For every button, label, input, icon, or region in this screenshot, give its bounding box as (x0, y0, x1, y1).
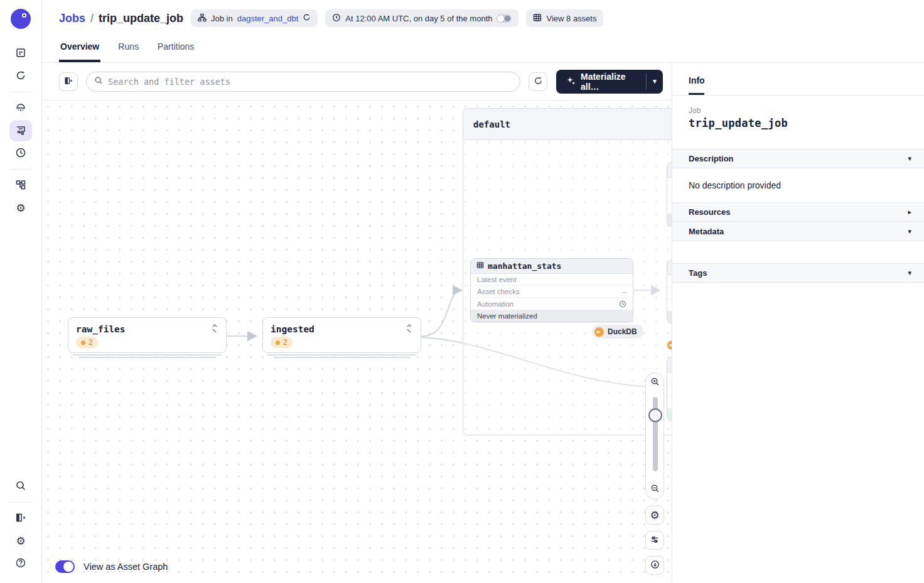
sidebar-item-user-settings[interactable]: ⚙ (9, 530, 32, 552)
breadcrumb-separator: / (90, 12, 94, 25)
schedule-badge[interactable]: At 12:00 AM UTC, on day 5 of the month (325, 9, 518, 27)
caret-down-icon: ▾ (908, 269, 911, 277)
clock-icon (15, 147, 26, 160)
view-assets-badge[interactable]: View 8 assets (526, 9, 603, 27)
asset-count-badge: 2 (76, 337, 98, 348)
tab-overview[interactable]: Overview (59, 36, 100, 62)
sparkle-icon (566, 76, 576, 87)
sidebar-item-lineage[interactable] (9, 175, 32, 196)
materialization-status: Never materialized (667, 214, 672, 226)
info-tab[interactable]: Info (672, 63, 924, 85)
repo-link[interactable]: dagster_and_dbt (237, 14, 299, 23)
page-header: Jobs / trip_update_job Job in dagster_an… (42, 0, 924, 63)
app-sidebar: ⚙ ⚙ (0, 0, 42, 583)
collapsed-node-raw-files[interactable]: raw_files 2 (68, 317, 227, 358)
tab-partitions[interactable]: Partitions (156, 36, 195, 62)
sidebar-item-expand-panel[interactable] (9, 508, 32, 529)
zoom-out-icon (650, 484, 660, 495)
section-tags[interactable]: Tags ▾ (672, 263, 924, 283)
sidebar-item-automation[interactable] (9, 143, 32, 164)
sidebar-divider (9, 502, 32, 503)
sidebar-item-search[interactable] (9, 476, 32, 497)
table-grid-icon (533, 13, 542, 24)
duckdb-tag[interactable]: DuckDB (592, 325, 643, 339)
sidebar-divider (9, 92, 32, 92)
dagster-logo-icon[interactable] (11, 9, 31, 29)
expand-panel-icon (64, 76, 73, 87)
row-label: Automation (477, 300, 513, 308)
section-description[interactable]: Description ▾ (672, 149, 924, 168)
description-content: No description provided (672, 168, 924, 202)
unfold-icon[interactable] (406, 324, 413, 334)
automation-clock-icon (619, 300, 626, 308)
zoom-out-button[interactable] (645, 480, 664, 499)
section-label: Resources (689, 207, 730, 217)
sidebar-item-runs[interactable] (9, 65, 32, 87)
sidebar-item-deployment[interactable] (9, 97, 32, 119)
section-metadata[interactable]: Metadata ▾ (672, 222, 924, 241)
job-repo-badge[interactable]: Job in dagster_and_dbt (191, 9, 318, 27)
view-mode-control: View as Asset Graph (55, 560, 168, 573)
asset-graph-canvas[interactable]: default raw_files 2 ingested (42, 101, 672, 583)
sidebar-item-settings[interactable]: ⚙ (9, 197, 32, 219)
row-label: Asset checks (477, 288, 520, 295)
materialization-status: Never materialized (667, 311, 672, 323)
job-in-label: Job in (211, 14, 233, 23)
sidebar-item-help[interactable] (9, 553, 32, 574)
help-icon (15, 557, 26, 570)
tab-runs[interactable]: Runs (117, 36, 140, 62)
view-toggle-label: View as Asset Graph (83, 562, 168, 572)
stack-line (267, 354, 416, 356)
zoom-in-button[interactable] (645, 373, 664, 392)
duckdb-label: DuckDB (608, 327, 637, 336)
status-dot-icon (276, 341, 280, 345)
sidebar-item-assets[interactable] (9, 43, 32, 64)
search-icon (94, 76, 103, 87)
caret-down-icon: ▼ (652, 78, 658, 85)
graph-toolbar: Materialize all… ▼ (42, 63, 672, 101)
recenter-graph-button[interactable] (645, 556, 664, 575)
graph-settings-button[interactable]: ⚙ (645, 506, 664, 525)
materialization-status: Never materialized (471, 310, 633, 322)
info-panel: Info Job trip_update_job Description ▾ N… (672, 63, 924, 583)
zoom-controls (645, 373, 664, 499)
stack-line (78, 357, 216, 358)
section-resources[interactable]: Resources ▸ (672, 202, 924, 222)
search-icon (15, 480, 26, 493)
asset-search (86, 72, 520, 92)
search-input[interactable] (108, 77, 512, 87)
group-label: default (473, 119, 510, 129)
tab-bar: Overview Runs Partitions (59, 36, 195, 62)
hierarchy-icon (198, 13, 207, 24)
asset-node-partial-3[interactable]: Latest event Asset checks Automation Mat… (667, 357, 672, 421)
refresh-icon (534, 76, 543, 87)
view-as-asset-graph-toggle[interactable] (55, 560, 75, 573)
runs-loop-icon (15, 70, 26, 83)
chevron-right-icon: ▸ (908, 208, 911, 216)
status-dot-icon (81, 341, 85, 345)
entity-type-label: Job (689, 106, 908, 115)
breadcrumb: Jobs / trip_update_job Job in dagster_an… (42, 0, 924, 28)
node-title: ingested (271, 324, 314, 334)
gear-icon: ⚙ (16, 536, 25, 547)
open-sidebar-panel-button[interactable] (59, 72, 78, 91)
job-name: trip_update_job (689, 117, 908, 129)
zoom-slider-handle[interactable] (648, 408, 662, 422)
schedule-toggle[interactable] (497, 14, 512, 23)
refresh-button[interactable] (529, 72, 547, 91)
breadcrumb-jobs-link[interactable]: Jobs (59, 12, 85, 25)
sidebar-item-jobs[interactable] (9, 120, 32, 141)
gear-icon: ⚙ (16, 203, 25, 214)
row-label: Latest event (477, 276, 517, 283)
asset-node-manhattan-stats[interactable]: manhattan_stats Latest event Asset check… (470, 258, 633, 322)
graph-filter-button[interactable] (645, 531, 664, 550)
materialize-all-button[interactable]: Materialize all… (556, 70, 646, 94)
reload-icon[interactable] (303, 13, 311, 23)
materialize-dropdown-button[interactable]: ▼ (647, 70, 663, 94)
asset-node-partial-1[interactable]: Latest event Asset checks Automation Nev… (667, 162, 672, 226)
collapsed-node-ingested[interactable]: ingested 2 (262, 317, 421, 358)
group-header[interactable]: default (463, 109, 672, 140)
asset-catalog-icon (15, 47, 26, 60)
asset-node-partial-2[interactable]: Latest event Asset checks Automation Nev… (667, 259, 672, 324)
unfold-icon[interactable] (211, 324, 218, 334)
